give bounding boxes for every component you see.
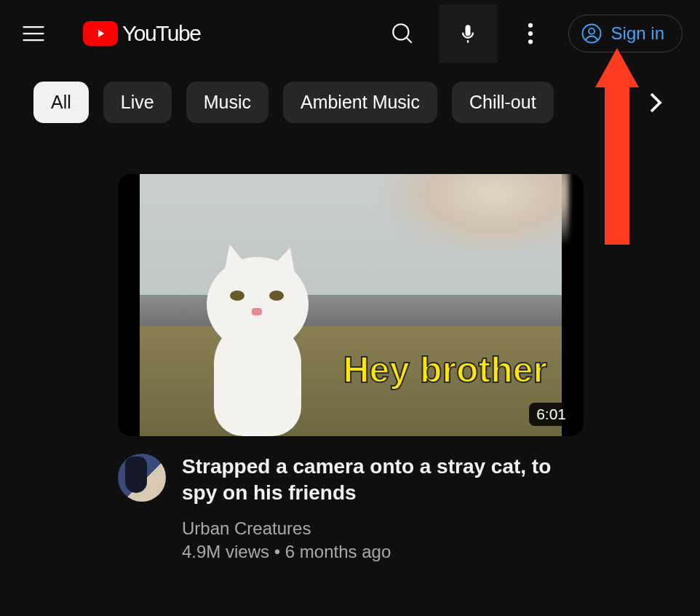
video-feed: Hey brother 6:01 Strapped a camera onto … xyxy=(0,123,700,562)
video-duration-badge: 6:01 xyxy=(529,403,573,426)
microphone-icon xyxy=(458,21,478,46)
chevron-right-icon xyxy=(649,92,662,114)
youtube-play-icon xyxy=(83,21,118,46)
chip-chill-out[interactable]: Chill-out xyxy=(452,82,554,123)
svg-point-6 xyxy=(589,28,594,34)
svg-line-1 xyxy=(406,38,411,43)
sign-in-label: Sign in xyxy=(611,23,664,44)
kebab-icon xyxy=(528,23,533,44)
thumbnail-caption: Hey brother xyxy=(343,349,547,391)
more-options-button[interactable] xyxy=(516,19,545,48)
user-circle-icon xyxy=(581,23,602,44)
channel-name[interactable]: Urban Creatures xyxy=(182,518,560,539)
svg-point-3 xyxy=(528,31,532,36)
chip-ambient-music[interactable]: Ambient Music xyxy=(283,82,437,123)
sign-in-button[interactable]: Sign in xyxy=(568,15,683,52)
chip-all[interactable]: All xyxy=(33,82,89,123)
video-card: Hey brother 6:01 Strapped a camera onto … xyxy=(118,174,584,562)
category-chips-row: All Live Music Ambient Music Chill-out xyxy=(0,67,700,123)
chip-music[interactable]: Music xyxy=(186,82,269,123)
search-button[interactable] xyxy=(388,19,417,48)
video-age: 6 months ago xyxy=(285,542,391,561)
svg-point-2 xyxy=(528,23,532,28)
youtube-logo[interactable]: YouTube xyxy=(83,21,200,46)
video-views: 4.9M views xyxy=(182,542,269,561)
video-meta: Strapped a camera onto a stray cat, to s… xyxy=(118,436,584,562)
svg-point-0 xyxy=(393,24,408,39)
channel-avatar[interactable] xyxy=(118,454,166,502)
chip-live[interactable]: Live xyxy=(103,82,172,123)
video-thumbnail[interactable]: Hey brother 6:01 xyxy=(118,174,584,436)
hamburger-icon xyxy=(20,20,47,47)
search-icon xyxy=(390,21,415,46)
video-title[interactable]: Strapped a camera onto a stray cat, to s… xyxy=(182,454,560,507)
thumbnail-image: Hey brother xyxy=(140,174,562,436)
svg-point-4 xyxy=(528,39,532,44)
menu-button[interactable] xyxy=(17,17,49,50)
chips-scroll-right-button[interactable] xyxy=(642,89,669,117)
header: YouTube Sign in xyxy=(0,0,700,67)
voice-search-button[interactable] xyxy=(439,4,497,63)
video-stats: 4.9M views • 6 months ago xyxy=(182,542,560,562)
youtube-wordmark: YouTube xyxy=(122,21,200,46)
